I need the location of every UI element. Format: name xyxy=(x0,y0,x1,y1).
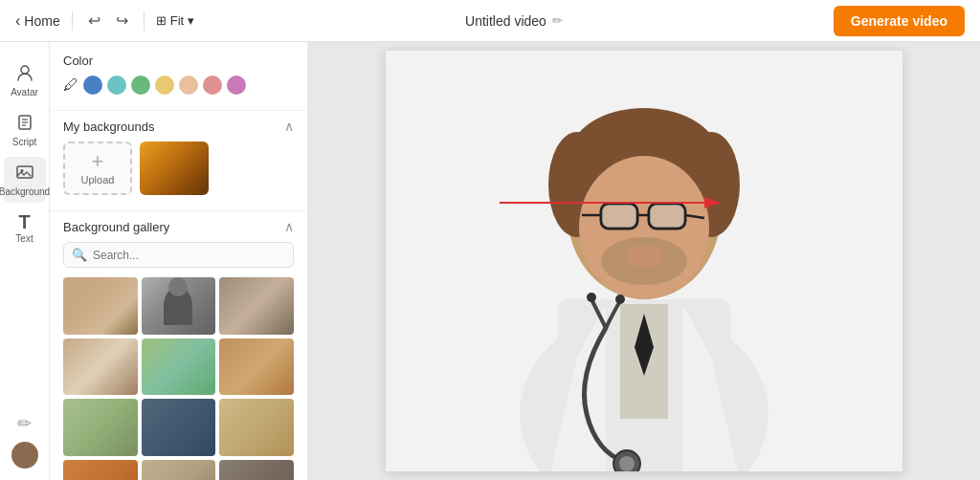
custom-background-thumb[interactable] xyxy=(140,142,209,195)
edit-title-icon[interactable]: ✏ xyxy=(552,13,563,28)
background-icon xyxy=(15,163,34,185)
fit-icon: ⊞ xyxy=(156,13,167,28)
sidebar-item-text[interactable]: T Text xyxy=(4,207,46,250)
title-area: Untitled video ✏ xyxy=(465,13,563,29)
panel-divider xyxy=(50,110,307,111)
gallery-item[interactable] xyxy=(219,338,294,396)
gallery-item[interactable] xyxy=(63,338,138,396)
fit-label: Fit xyxy=(170,13,184,28)
my-backgrounds-row: + Upload xyxy=(63,142,294,195)
svg-point-0 xyxy=(21,66,29,74)
color-swatch-purple[interactable] xyxy=(227,76,246,95)
svg-point-33 xyxy=(615,295,625,304)
top-bar: ‹ Home ↩ ↪ ⊞ Fit ▾ Untitled video ✏ Gene… xyxy=(0,0,980,42)
gallery-item[interactable] xyxy=(219,277,294,335)
divider xyxy=(72,11,73,31)
panel-divider2 xyxy=(50,210,307,211)
brush-icon[interactable]: 🖊 xyxy=(63,76,78,94)
video-title: Untitled video xyxy=(465,13,546,29)
background-gallery-section: Background gallery ∧ 🔍 xyxy=(50,219,307,480)
chevron-left-icon: ‹ xyxy=(15,12,20,30)
redo-button[interactable]: ↪ xyxy=(112,10,132,32)
gallery-item[interactable] xyxy=(63,277,138,335)
gallery-item[interactable] xyxy=(142,460,216,480)
svg-rect-24 xyxy=(602,205,636,228)
main-area: Avatar Script Background xyxy=(0,42,980,480)
svg-point-31 xyxy=(619,456,635,471)
top-bar-left: ‹ Home ↩ ↪ ⊞ Fit ▾ xyxy=(15,10,194,32)
doctor-illustration xyxy=(386,51,902,471)
user-avatar[interactable] xyxy=(11,442,38,469)
color-section-header: Color xyxy=(63,54,294,68)
svg-point-32 xyxy=(587,293,596,302)
my-backgrounds-collapse-icon[interactable]: ∧ xyxy=(284,119,294,134)
search-box: 🔍 xyxy=(63,242,294,268)
color-section: Color 🖊 xyxy=(50,54,307,106)
color-swatch-green[interactable] xyxy=(131,76,150,95)
sidebar-pencil-icon[interactable]: ✏ xyxy=(17,413,32,434)
gallery-item[interactable] xyxy=(142,277,216,335)
panel: Color 🖊 My backgrounds ∧ + xyxy=(50,42,308,480)
plus-icon: + xyxy=(92,151,104,172)
gallery-section-header: Background gallery ∧ xyxy=(50,219,307,234)
sidebar-item-background[interactable]: Background xyxy=(4,157,46,203)
avatar-icon xyxy=(15,63,34,85)
sidebar-item-avatar[interactable]: Avatar xyxy=(4,57,46,103)
svg-point-27 xyxy=(625,245,663,268)
sidebar-icons: Avatar Script Background xyxy=(0,42,50,480)
text-label: Text xyxy=(15,233,33,244)
text-icon: T xyxy=(18,212,30,231)
sidebar-bottom: ✏ xyxy=(11,413,38,480)
canvas-area xyxy=(308,42,980,480)
color-swatch-blue[interactable] xyxy=(83,76,102,95)
color-swatch-peach[interactable] xyxy=(179,76,198,95)
gallery-section-title: Background gallery xyxy=(63,220,169,234)
svg-rect-25 xyxy=(650,205,684,228)
home-label: Home xyxy=(24,13,59,29)
fit-button[interactable]: ⊞ Fit ▾ xyxy=(156,13,194,28)
script-label: Script xyxy=(12,137,37,147)
upload-button[interactable]: + Upload xyxy=(63,142,132,195)
color-swatch-yellow[interactable] xyxy=(155,76,174,95)
my-backgrounds-section: My backgrounds ∧ + Upload xyxy=(50,119,307,207)
script-icon xyxy=(15,113,34,135)
color-swatch-teal[interactable] xyxy=(107,76,126,95)
gallery-item[interactable] xyxy=(142,338,216,396)
gallery-item[interactable] xyxy=(63,399,138,456)
gallery-item[interactable] xyxy=(142,399,216,456)
background-label: Background xyxy=(0,186,50,197)
divider2 xyxy=(144,11,145,31)
my-backgrounds-title: My backgrounds xyxy=(63,120,154,134)
search-icon: 🔍 xyxy=(72,248,87,262)
search-input[interactable] xyxy=(93,249,285,262)
undo-redo-group: ↩ ↪ xyxy=(84,10,132,32)
gallery-collapse-icon[interactable]: ∧ xyxy=(284,219,294,234)
upload-label: Upload xyxy=(81,174,115,185)
sidebar-item-script[interactable]: Script xyxy=(4,107,46,153)
gallery-item[interactable] xyxy=(63,460,138,480)
undo-button[interactable]: ↩ xyxy=(84,10,104,32)
fit-chevron-icon: ▾ xyxy=(188,13,194,28)
canvas-frame xyxy=(386,51,902,471)
color-section-title: Color xyxy=(63,54,93,68)
gallery-grid xyxy=(50,277,307,480)
generate-button[interactable]: Generate video xyxy=(834,6,965,36)
avatar-label: Avatar xyxy=(11,87,38,98)
home-button[interactable]: ‹ Home xyxy=(15,12,60,30)
my-backgrounds-header: My backgrounds ∧ xyxy=(63,119,294,134)
color-swatch-pink[interactable] xyxy=(203,76,222,95)
gallery-item[interactable] xyxy=(219,460,294,480)
gallery-item[interactable] xyxy=(219,399,294,456)
color-swatches: 🖊 xyxy=(63,76,294,95)
